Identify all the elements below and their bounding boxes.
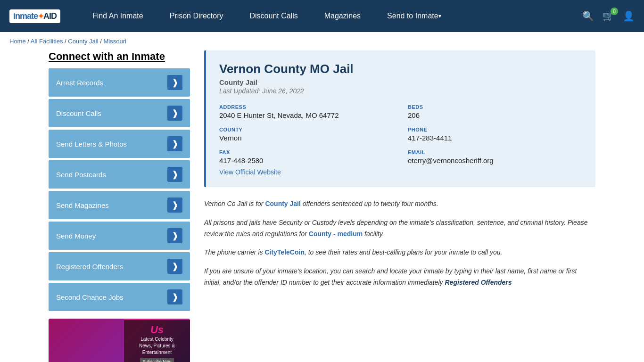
desc-para2-text: All prisons and jails have Security or C… — [204, 219, 587, 238]
sidebar-send-magazines[interactable]: Send Magazines ❱ — [49, 191, 190, 219]
ad-brand: Us — [130, 324, 184, 336]
county-value: Vernon — [219, 134, 394, 142]
search-icon[interactable]: 🔍 — [582, 10, 594, 22]
arrow-icon: ❱ — [167, 106, 182, 121]
cart-icon[interactable]: 🛒 0 — [603, 10, 614, 22]
citytelecoin-link[interactable]: CityTeleCoin — [264, 248, 305, 256]
desc-para2: All prisons and jails have Security or C… — [204, 217, 595, 240]
nav-find-inmate[interactable]: Find An Inmate — [79, 0, 157, 32]
sidebar-send-postcards[interactable]: Send Postcards ❱ — [49, 160, 190, 189]
sidebar-title: Connect with an Inmate — [49, 50, 190, 63]
navbar: inmate✦AID Find An Inmate Prison Directo… — [0, 0, 644, 32]
desc-para1-before: Vernon Co Jail is for — [204, 200, 265, 207]
desc-para4-text: If you are unsure of your inmate’s locat… — [204, 267, 577, 286]
ad-content: Us Latest Celebrity News, Pictures & Ent… — [124, 320, 190, 362]
sidebar-discount-calls[interactable]: Discount Calls ❱ — [49, 99, 190, 127]
nav-send-to-inmate[interactable]: Send to Inmate — [374, 0, 454, 32]
main-content: Vernon County MO Jail County Jail Last U… — [204, 50, 595, 362]
desc-para3: The phone carrier is CityTeleCoin, to se… — [204, 247, 595, 258]
nav-magazines[interactable]: Magazines — [311, 0, 374, 32]
breadcrumb-county-jail[interactable]: County Jail — [68, 38, 98, 45]
facility-type: County Jail — [219, 78, 582, 86]
email-value: eterry@vernoncosheriff.org — [408, 156, 582, 165]
address-value: 2040 E Hunter St, Nevada, MO 64772 — [219, 111, 394, 119]
facility-name: Vernon County MO Jail — [219, 62, 582, 76]
logo-aid: AID — [43, 11, 57, 21]
nav-prison-directory[interactable]: Prison Directory — [157, 0, 237, 32]
detail-beds: BEDS 206 — [408, 104, 582, 119]
sidebar: Connect with an Inmate Arrest Records ❱ … — [49, 50, 190, 362]
arrow-icon: ❱ — [167, 289, 182, 304]
phone-value: 417-283-4411 — [408, 134, 582, 142]
navbar-links: Find An Inmate Prison Directory Discount… — [79, 0, 582, 32]
detail-address: ADDRESS 2040 E Hunter St, Nevada, MO 647… — [219, 104, 394, 119]
detail-email: EMAIL eterry@vernoncosheriff.org — [408, 149, 582, 165]
beds-value: 206 — [408, 111, 582, 119]
breadcrumb-missouri[interactable]: Missouri — [103, 38, 126, 45]
arrow-icon: ❱ — [167, 167, 182, 182]
ad-subscribe-btn[interactable]: Subscribe Now — [140, 358, 174, 362]
detail-county: COUNTY Vernon — [219, 127, 394, 142]
facility-updated: Last Updated: June 26, 2022 — [219, 87, 582, 95]
logo-icon: ✦ — [38, 12, 43, 20]
logo-inmate: inmate — [13, 11, 38, 21]
arrow-icon: ❱ — [167, 259, 182, 274]
breadcrumb-all-facilities[interactable]: All Facilities — [31, 38, 63, 45]
logo[interactable]: inmate✦AID — [9, 9, 60, 23]
desc-county-medium-highlight: County - medium — [309, 230, 363, 238]
desc-para1-after: offenders sentenced up to twenty four mo… — [301, 200, 438, 207]
breadcrumb-home[interactable]: Home — [9, 38, 26, 45]
desc-para4: If you are unsure of your inmate’s locat… — [204, 266, 595, 288]
sidebar-arrest-records[interactable]: Arrest Records ❱ — [49, 68, 190, 97]
desc-para3-before: The phone carrier is — [204, 248, 264, 256]
nav-discount-calls[interactable]: Discount Calls — [236, 0, 311, 32]
sidebar-send-letters[interactable]: Send Letters & Photos ❱ — [49, 130, 190, 158]
arrow-icon: ❱ — [167, 228, 182, 243]
breadcrumb: Home / All Facilities / County Jail / Mi… — [0, 32, 644, 50]
detail-fax: FAX 417-448-2580 — [219, 149, 394, 165]
desc-para3-after: , to see their rates and best-calling pl… — [305, 248, 502, 256]
official-website-link[interactable]: View Official Website — [219, 168, 281, 176]
ad-text: Latest Celebrity News, Pictures & Entert… — [130, 336, 184, 356]
user-icon[interactable]: 👤 — [623, 10, 635, 22]
sidebar-send-money[interactable]: Send Money ❱ — [49, 222, 190, 250]
navbar-icons: 🔍 🛒 0 👤 — [582, 10, 635, 22]
desc-para2-after: facility. — [363, 230, 384, 238]
beds-label: BEDS — [408, 104, 582, 110]
desc-para1: Vernon Co Jail is for County Jail offend… — [204, 198, 595, 210]
main-layout: Connect with an Inmate Arrest Records ❱ … — [39, 50, 605, 362]
desc-county-jail-highlight: County Jail — [265, 200, 300, 207]
arrow-icon: ❱ — [167, 75, 182, 90]
arrow-icon: ❱ — [167, 136, 182, 151]
facility-card: Vernon County MO Jail County Jail Last U… — [204, 50, 595, 187]
fax-label: FAX — [219, 149, 394, 155]
sidebar-second-chance-jobs[interactable]: Second Chance Jobs ❱ — [49, 283, 190, 311]
facility-details: ADDRESS 2040 E Hunter St, Nevada, MO 647… — [219, 104, 582, 165]
arrow-icon: ❱ — [167, 197, 182, 213]
detail-phone: PHONE 417-283-4411 — [408, 127, 582, 142]
email-label: EMAIL — [408, 149, 582, 155]
description-section: Vernon Co Jail is for County Jail offend… — [204, 198, 595, 288]
cart-badge: 0 — [611, 8, 618, 15]
ad-banner[interactable]: Us Latest Celebrity News, Pictures & Ent… — [49, 319, 190, 362]
phone-label: PHONE — [408, 127, 582, 132]
registered-offenders-link[interactable]: Registered Offenders — [445, 279, 512, 286]
county-label: COUNTY — [219, 127, 394, 132]
address-label: ADDRESS — [219, 104, 394, 110]
fax-value: 417-448-2580 — [219, 156, 394, 165]
sidebar-registered-offenders[interactable]: Registered Offenders ❱ — [49, 252, 190, 280]
